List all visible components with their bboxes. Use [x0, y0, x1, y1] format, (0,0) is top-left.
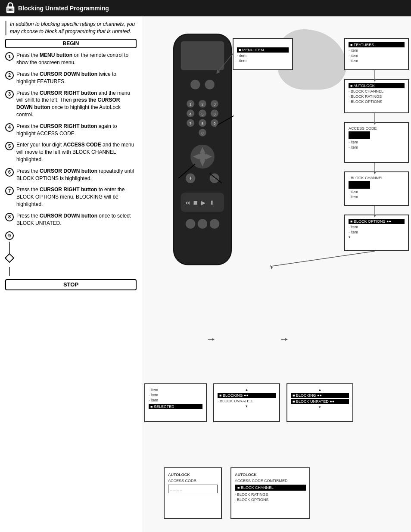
diamond-indicator [5, 253, 15, 263]
svg-text:▶: ▶ [201, 199, 206, 206]
svg-text:2: 2 [202, 102, 204, 106]
screen-panel-j: AUTOLOCK ACCESS CODE: _ _ _ _ [164, 467, 222, 519]
svg-text:⏸: ⏸ [209, 199, 215, 206]
step-5: 5 Enter your four-digit ACCESS CODE and … [5, 141, 137, 163]
step-1-text: Press the MENU button on the remote cont… [16, 52, 137, 66]
svg-text:9: 9 [213, 121, 215, 126]
svg-text:5: 5 [202, 112, 204, 116]
svg-text:4: 4 [190, 112, 192, 116]
svg-text:+: + [189, 175, 192, 181]
lock-icon [4, 1, 16, 15]
step-num-2: 2 [5, 71, 14, 80]
step-7: 7 Press the CURSOR RIGHT button to enter… [5, 186, 137, 208]
svg-text:⏹: ⏹ [193, 199, 198, 206]
svg-point-35 [199, 153, 206, 161]
svg-point-8 [190, 80, 200, 89]
screen-panel-a: ■ MENU ITEM · item · item [233, 38, 293, 70]
screen-panel-b: ■ FEATURES · item · item · item [344, 38, 409, 70]
remote-control-illustration: 1 2 3 4 5 6 7 8 9 0 [151, 29, 271, 309]
screen-panel-i: ▲ ■ BLOCKING ●● ■ BLOCK UNRATED ●● ▾ [286, 383, 353, 422]
step-4: 4 Press the CURSOR RIGHT button again to… [5, 123, 137, 137]
screen-panel-c: ■ AUTOLOCK · BLOCK CHANNEL · BLOCK RATIN… [344, 79, 409, 113]
step-num-8: 8 [5, 213, 14, 221]
svg-point-45 [186, 219, 195, 229]
svg-line-60 [271, 251, 375, 266]
step-3: 3 Press the CURSOR RIGHT button and the … [5, 90, 137, 118]
svg-text:7: 7 [190, 121, 192, 126]
svg-text:8: 8 [202, 121, 204, 126]
step-9: 9 [5, 231, 137, 240]
header-bar: Blocking Unrated Programming [0, 0, 411, 16]
header-title: Blocking Unrated Programming [18, 5, 109, 12]
svg-point-46 [198, 219, 207, 229]
svg-point-9 [205, 80, 215, 89]
screen-panel-k: AUTOLOCK ACCESS CODE CONFIRMED ■ BLOCK C… [230, 467, 310, 519]
svg-text:⏮: ⏮ [184, 199, 190, 206]
svg-marker-65 [285, 338, 288, 341]
step-num-3: 3 [5, 90, 14, 99]
screen-panel-e: · BLOCK CHANNEL · item · item [344, 171, 409, 206]
stop-badge: STOP [5, 279, 137, 290]
step-8-text: Press the CURSOR DOWN button once to sel… [16, 212, 137, 227]
svg-rect-7 [181, 41, 224, 70]
step-6: 6 Press the CURSOR DOWN button repeatedl… [5, 168, 137, 182]
step-num-5: 5 [5, 142, 14, 150]
step-num-4: 4 [5, 123, 14, 132]
step-2-text: Press the CURSOR DOWN button twice to hi… [16, 71, 137, 85]
svg-marker-63 [212, 338, 215, 341]
screen-panel-d: ACCESS CODE · item · item [344, 122, 409, 163]
screen-panel-f: ■ BLOCK OPTIONS ●● · item · item ▾ [344, 215, 409, 251]
step-8: 8 Press the CURSOR DOWN button once to s… [5, 212, 137, 227]
step-num-9: 9 [5, 231, 14, 240]
svg-text:1: 1 [190, 102, 192, 106]
step-1: 1 Press the MENU button on the remote co… [5, 52, 137, 66]
left-instruction-panel: In addition to blocking specific ratings… [0, 16, 142, 532]
step-3-text: Press the CURSOR RIGHT button and the me… [16, 90, 137, 118]
step-2: 2 Press the CURSOR DOWN button twice to … [5, 71, 137, 85]
step-num-1: 1 [5, 52, 14, 61]
intro-text: In addition to blocking specific ratings… [5, 21, 137, 35]
svg-text:0: 0 [202, 131, 204, 135]
step-7-text: Press the CURSOR RIGHT button to enter t… [16, 186, 137, 208]
step-4-text: Press the CURSOR RIGHT button again to h… [16, 123, 137, 137]
svg-text:3: 3 [213, 102, 215, 106]
svg-text:6: 6 [213, 112, 215, 116]
step-5-text: Enter your four-digit ACCESS CODE and th… [16, 141, 137, 163]
svg-point-47 [210, 219, 219, 229]
right-diagram-panel: 1 2 3 4 5 6 7 8 9 0 [142, 16, 411, 532]
screen-panel-h: ▲ ■ BLOCKING ●● · BLOCK UNRATED ▾ [213, 383, 280, 422]
step-6-text: Press the CURSOR DOWN button repeatedly … [16, 168, 137, 182]
begin-badge: BEGIN [5, 39, 137, 49]
step-num-6: 6 [5, 168, 14, 177]
step-num-7: 7 [5, 187, 14, 195]
screen-panel-g: · item · item · item ■ SELECTED [144, 383, 207, 422]
